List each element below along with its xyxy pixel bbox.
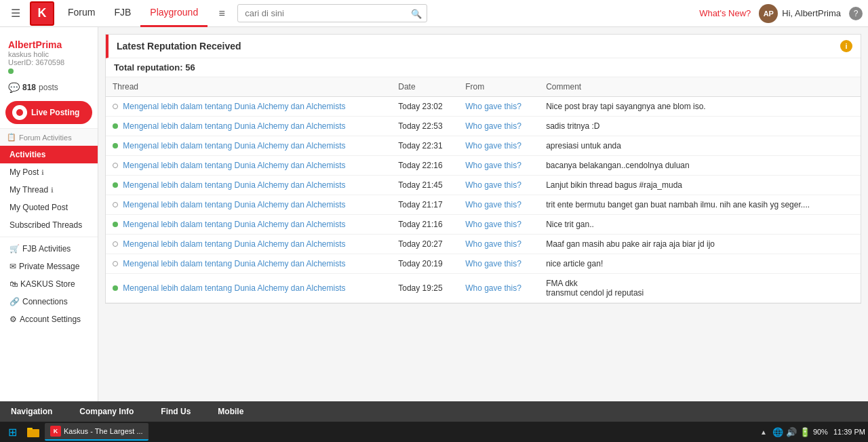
sidebar-user-info: AlbertPrima kaskus holic UserID: 3670598 (0, 34, 98, 78)
sidebar-item-my-thread[interactable]: My Thread ℹ (0, 181, 98, 199)
reputation-table: Thread Date From Comment Mengenal lebih … (106, 77, 861, 303)
search-input[interactable] (237, 4, 427, 22)
who-gave-link-3[interactable]: Who gave this? (465, 161, 521, 170)
cell-from-4: Who gave this? (458, 176, 539, 195)
posts-count: 818 (22, 83, 36, 92)
hamburger-icon[interactable]: ☰ (5, 3, 26, 24)
rep-dot-1 (113, 123, 118, 129)
posts-icon: 💬 (8, 82, 20, 93)
cell-thread-2: Mengenal lebih dalam tentang Dunia Alche… (106, 136, 391, 156)
cell-from-1: Who gave this? (458, 117, 539, 136)
reputation-total: Total reputation: 56 (106, 58, 861, 77)
reputation-header: Latest Reputation Received i (106, 35, 861, 58)
kaskus-logo[interactable]: K (30, 1, 54, 26)
rep-dot-3 (113, 163, 118, 168)
who-gave-link-8[interactable]: Who gave this? (465, 259, 521, 268)
who-gave-link-7[interactable]: Who gave this? (465, 239, 521, 249)
help-icon[interactable]: ? (849, 7, 863, 20)
sidebar-tagline: kaskus holic (8, 50, 90, 58)
whats-new-link[interactable]: What's New? (699, 8, 751, 18)
sidebar-item-fjb-activities[interactable]: 🛒 FJB Activities (0, 240, 98, 258)
cell-date-4: Today 21:45 (391, 176, 458, 195)
live-posting-icon (12, 105, 27, 120)
rep-dot-7 (113, 241, 118, 247)
rep-dot-6 (113, 222, 118, 227)
search-container: 🔍 (237, 4, 427, 22)
cell-thread-0: Mengenal lebih dalam tentang Dunia Alche… (106, 97, 391, 117)
cell-thread-6: Mengenal lebih dalam tentang Dunia Alche… (106, 215, 391, 235)
avatar: AP (759, 4, 778, 23)
who-gave-link-9[interactable]: Who gave this? (465, 283, 521, 293)
my-post-info-icon: ℹ (41, 169, 44, 176)
cell-date-6: Today 21:16 (391, 215, 458, 235)
table-row: Mengenal lebih dalam tentang Dunia Alche… (106, 97, 861, 117)
kaskus-store-label: KASKUS Store (20, 279, 75, 289)
user-menu[interactable]: AP Hi, AlbertPrima (759, 4, 841, 23)
account-settings-icon: ⚙ (9, 315, 17, 324)
who-gave-link-0[interactable]: Who gave this? (465, 102, 521, 111)
thread-link-6[interactable]: Mengenal lebih dalam tentang Dunia Alche… (123, 220, 345, 229)
table-row: Mengenal lebih dalam tentang Dunia Alche… (106, 195, 861, 215)
cell-thread-4: Mengenal lebih dalam tentang Dunia Alche… (106, 176, 391, 195)
footer: Navigation Company Info Find Us Mobile (0, 401, 868, 422)
who-gave-link-2[interactable]: Who gave this? (465, 141, 521, 150)
sidebar: AlbertPrima kaskus holic UserID: 3670598… (0, 27, 98, 422)
thread-link-5[interactable]: Mengenal lebih dalam tentang Dunia Alche… (123, 200, 345, 209)
cell-from-6: Who gave this? (458, 215, 539, 235)
who-gave-link-5[interactable]: Who gave this? (465, 200, 521, 209)
sidebar-username[interactable]: AlbertPrima (8, 39, 90, 50)
cell-from-9: Who gave this? (458, 274, 539, 303)
footer-mobile: Mobile (218, 407, 243, 416)
who-gave-link-6[interactable]: Who gave this? (465, 220, 521, 229)
nav-forum[interactable]: Forum (58, 0, 104, 27)
thread-link-0[interactable]: Mengenal lebih dalam tentang Dunia Alche… (123, 102, 345, 111)
sidebar-item-private-message[interactable]: ✉ Private Message (0, 258, 98, 275)
sidebar-userid: UserID: 3670598 (8, 58, 90, 66)
sidebar-item-account-settings[interactable]: ⚙ Account Settings (0, 310, 98, 328)
cell-comment-5: trit ente bermutu banget gan buat nambah… (539, 195, 861, 215)
cell-thread-7: Mengenal lebih dalam tentang Dunia Alche… (106, 235, 391, 254)
rep-dot-8 (113, 261, 118, 266)
nav-fjb[interactable]: FJB (104, 0, 140, 27)
thread-link-9[interactable]: Mengenal lebih dalam tentang Dunia Alche… (123, 283, 345, 293)
sidebar-item-connections[interactable]: 🔗 Connections (0, 293, 98, 310)
thread-link-2[interactable]: Mengenal lebih dalam tentang Dunia Alche… (123, 141, 345, 150)
activities-label: Activities (9, 150, 45, 159)
search-icon[interactable]: 🔍 (411, 8, 422, 18)
sidebar-item-activities[interactable]: Activities (0, 146, 98, 163)
thread-link-1[interactable]: Mengenal lebih dalam tentang Dunia Alche… (123, 121, 345, 131)
rep-dot-2 (113, 143, 118, 148)
cell-thread-9: Mengenal lebih dalam tentang Dunia Alche… (106, 274, 391, 303)
rep-dot-4 (113, 182, 118, 188)
more-menu-icon[interactable]: ≡ (212, 3, 232, 24)
table-row: Mengenal lebih dalam tentang Dunia Alche… (106, 136, 861, 156)
thread-link-3[interactable]: Mengenal lebih dalam tentang Dunia Alche… (123, 161, 345, 170)
table-body: Mengenal lebih dalam tentang Dunia Alche… (106, 97, 861, 303)
thread-link-7[interactable]: Mengenal lebih dalam tentang Dunia Alche… (123, 239, 345, 249)
reputation-info-icon[interactable]: i (840, 40, 852, 52)
table-header: Thread Date From Comment (106, 77, 861, 97)
table-row: Mengenal lebih dalam tentang Dunia Alche… (106, 156, 861, 176)
navbar: ☰ K Forum FJB Playground ≡ 🔍 What's New?… (0, 0, 868, 27)
cell-date-8: Today 20:19 (391, 254, 458, 274)
sidebar-item-my-post[interactable]: My Post ℹ (0, 163, 98, 181)
live-posting-button[interactable]: Live Posting (5, 101, 92, 124)
sidebar-item-my-quoted-post[interactable]: My Quoted Post (0, 199, 98, 216)
thread-link-8[interactable]: Mengenal lebih dalam tentang Dunia Alche… (123, 259, 345, 268)
cell-thread-5: Mengenal lebih dalam tentang Dunia Alche… (106, 195, 391, 215)
thread-link-4[interactable]: Mengenal lebih dalam tentang Dunia Alche… (123, 180, 345, 190)
cell-comment-0: Nice post bray tapi sayangnya ane blom i… (539, 97, 861, 117)
who-gave-link-4[interactable]: Who gave this? (465, 180, 521, 190)
username-label: Hi, AlbertPrima (782, 8, 841, 18)
nav-playground[interactable]: Playground (140, 0, 208, 27)
table-row: Mengenal lebih dalam tentang Dunia Alche… (106, 274, 861, 303)
forum-activities-section[interactable]: 📋 Forum Activities (0, 128, 98, 146)
cell-comment-2: apresiasi untuk anda (539, 136, 861, 156)
footer-company-info: Company Info (79, 407, 134, 416)
who-gave-link-1[interactable]: Who gave this? (465, 121, 521, 131)
sidebar-item-kaskus-store[interactable]: 🛍 KASKUS Store (0, 275, 98, 293)
table-header-row: Thread Date From Comment (106, 77, 861, 97)
fjb-activities-label: FJB Activities (22, 244, 71, 254)
sidebar-item-subscribed-threads[interactable]: Subscribed Threads (0, 216, 98, 234)
cell-from-0: Who gave this? (458, 97, 539, 117)
